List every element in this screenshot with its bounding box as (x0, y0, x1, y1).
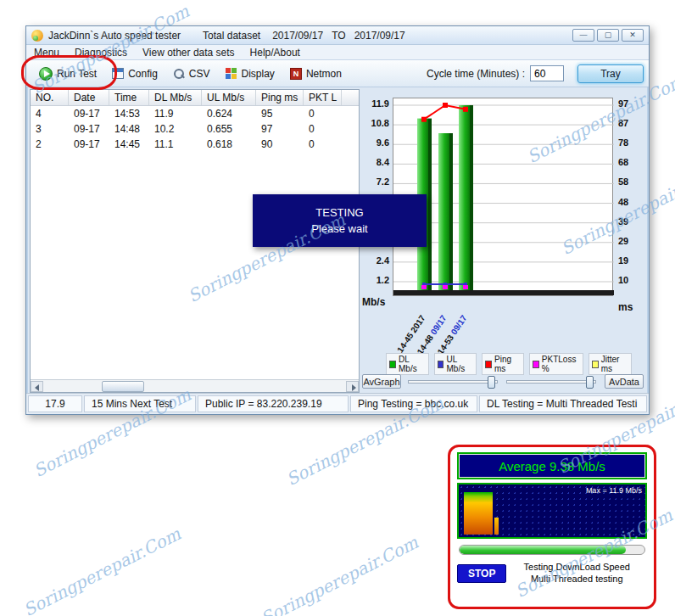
table-cell: 14:45 (109, 137, 149, 152)
live-speed-bar (464, 492, 493, 535)
axis-tick: 58 (618, 176, 644, 187)
table-header: NO.DateTimeDL Mb/sUL Mb/sPing msPKT L (31, 90, 359, 106)
table-cell: 0.624 (202, 106, 256, 121)
cycle-time-input[interactable] (530, 65, 564, 81)
config-window-icon (112, 68, 124, 79)
testing-overlay: TESTING Please wait (253, 194, 427, 247)
axis-tick: 8.4 (360, 157, 389, 167)
test-progress-bar (459, 545, 645, 555)
cycle-time-label: Cycle time (Minutes) : (427, 68, 525, 80)
testing-overlay-subtitle: Please wait (311, 222, 367, 235)
axis-tick: 19 (618, 255, 644, 266)
display-button[interactable]: Display (218, 65, 282, 82)
config-label: Config (128, 68, 158, 80)
column-header[interactable]: UL Mb/s (202, 90, 256, 105)
display-colors-icon (226, 68, 237, 80)
avdata-button[interactable]: AvData (605, 374, 644, 389)
config-button[interactable]: Config (104, 65, 165, 82)
table-cell: 4 (31, 106, 69, 121)
table-cell: 90 (256, 137, 304, 152)
maximize-button[interactable]: ▢ (597, 29, 619, 42)
avgraph-slider[interactable] (408, 380, 498, 384)
axis-tick: 9.6 (360, 137, 389, 148)
date-from: 2017/09/17 (272, 30, 323, 42)
popup-status-line2: Multi Threaded testing (506, 574, 647, 585)
table-row[interactable]: 209-1714:4511.10.618900 (31, 137, 359, 152)
page: JackDinn`s Auto speed tester Total datas… (0, 0, 675, 616)
progress-popup: Average 9.38 Mb/s Max = 11.9 Mb/s STOP T… (448, 445, 656, 609)
watermark: Soringperepair.Com (20, 524, 184, 616)
avdata-slider-thumb[interactable] (586, 376, 594, 389)
scroll-right-icon[interactable] (346, 381, 359, 392)
menu-item-diagnostics[interactable]: Diagnostics (67, 46, 135, 59)
table-cell: 0 (304, 121, 342, 137)
tray-button[interactable]: Tray (577, 64, 644, 83)
table-row[interactable]: 409-1714:5311.90.624950 (31, 106, 359, 121)
column-header[interactable]: Ping ms (256, 90, 304, 105)
table-cell: 3 (31, 121, 69, 137)
table-cell: 14:53 (109, 106, 149, 121)
statusbar: 17.9 15 Mins Next Test Public IP = 83.22… (26, 393, 649, 414)
column-header[interactable]: NO. (31, 90, 69, 105)
scroll-left-icon[interactable] (31, 381, 43, 392)
x-axis-labels: 14-45 201714-48 09/1714-53 09/17 (360, 298, 647, 350)
legend-item: PKTLoss % (529, 353, 583, 375)
netmon-label: Netmon (306, 68, 342, 80)
axis-tick: 78 (618, 137, 644, 148)
netmon-button[interactable]: N Netmon (282, 65, 349, 82)
avgraph-button[interactable]: AvGraph (362, 374, 401, 389)
csv-button[interactable]: CSV (165, 65, 218, 82)
axis-tick: 2.4 (360, 255, 389, 266)
date-to: 2017/09/17 (354, 30, 405, 42)
run-test-button[interactable]: Run Test (31, 64, 104, 83)
axis-tick: 87 (618, 118, 644, 128)
column-header[interactable]: DL Mb/s (149, 90, 202, 105)
column-header[interactable]: Time (109, 90, 149, 105)
average-speed-panel: Average 9.38 Mb/s (457, 452, 647, 479)
titlebar: JackDinn`s Auto speed tester Total datas… (26, 26, 649, 45)
status-value: 17.9 (28, 395, 82, 412)
avdata-slider[interactable] (506, 380, 596, 384)
stop-button[interactable]: STOP (457, 564, 506, 583)
axis-tick: 48 (618, 197, 644, 207)
status-public-ip: Public IP = 83.220.239.19 (198, 395, 349, 412)
results-table-body: 409-1714:5311.90.624950309-1714:4810.20.… (31, 106, 359, 152)
app-icon (31, 30, 43, 42)
table-cell: 97 (256, 121, 304, 137)
status-next-test: 15 Mins Next Test (84, 395, 196, 412)
close-button[interactable]: ✕ (622, 29, 644, 42)
table-cell: 0 (304, 106, 342, 121)
table-cell: 14:48 (109, 121, 149, 137)
menu-item-menu[interactable]: Menu (26, 46, 67, 59)
netmon-icon: N (290, 68, 302, 80)
chart-controls: AvGraph AvData (360, 374, 647, 391)
magnifier-icon (173, 68, 185, 80)
live-speed-bar-small (494, 518, 499, 535)
play-icon (39, 67, 53, 81)
axis-tick: 11.9 (360, 98, 389, 109)
legend-item: UL Mb/s (434, 353, 477, 375)
legend-color-swatch (485, 361, 492, 368)
legend-color-swatch (533, 361, 539, 368)
minimize-button[interactable]: — (572, 29, 594, 42)
avgraph-slider-thumb[interactable] (488, 376, 495, 389)
column-header[interactable]: PKT L (304, 90, 342, 105)
testing-overlay-title: TESTING (315, 206, 363, 219)
menu-item-view-other-data-sets[interactable]: View other data sets (135, 46, 243, 59)
scrollbar-thumb[interactable] (102, 381, 144, 392)
max-speed-label: Max = 11.9 Mb/s (586, 486, 642, 495)
menu-item-help-about[interactable]: Help/About (243, 46, 308, 59)
column-header[interactable]: Date (69, 90, 109, 105)
chart-legend: DL Mb/sUL Mb/sPing msPKTLoss %Jitter ms (386, 353, 632, 375)
table-cell: 2 (31, 137, 69, 152)
legend-label: UL Mb/s (446, 355, 473, 373)
axis-tick: 7.2 (360, 176, 389, 187)
window-controls: — ▢ ✕ (572, 29, 644, 42)
display-label: Display (242, 68, 275, 80)
table-row[interactable]: 309-1714:4810.20.655970 (31, 121, 359, 137)
horizontal-scrollbar[interactable] (31, 379, 359, 392)
status-ping-target: Ping Testing = bbc.co.uk (350, 395, 477, 412)
table-cell: 09-17 (69, 121, 109, 137)
axis-tick: 97 (618, 98, 644, 109)
table-cell: 0.618 (202, 137, 256, 152)
